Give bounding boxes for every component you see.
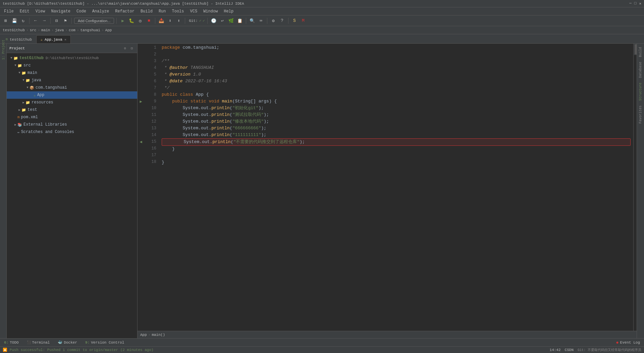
bottom-tab-event-log[interactable]: ● Event Log bbox=[614, 339, 641, 346]
tree-testgithub[interactable]: ▼ 📁 testGithub D:\GithubTest\testGithub bbox=[7, 54, 137, 62]
menu-window[interactable]: Window bbox=[201, 8, 220, 14]
toolbar-rollback-btn[interactable]: ↩ bbox=[219, 17, 226, 25]
tree-java[interactable]: ▼ 📁 java bbox=[7, 77, 137, 84]
toolbar-back-btn[interactable]: ← bbox=[32, 17, 39, 25]
bottom-tab-docker[interactable]: 🐳 Docker bbox=[56, 340, 78, 345]
tree-main[interactable]: ▼ 📁 main bbox=[7, 69, 137, 77]
git-label: Git: bbox=[189, 19, 198, 23]
menu-refactor[interactable]: Refactor bbox=[112, 8, 137, 14]
breadcrumb-app[interactable]: App bbox=[140, 333, 147, 337]
nav-tangshuai[interactable]: tangshuai bbox=[80, 28, 100, 32]
terminal-icon: ⬛ bbox=[27, 341, 31, 345]
toolbar-stop-btn[interactable]: ■ bbox=[145, 17, 153, 25]
bottom-tab-terminal[interactable]: ⬛ Terminal bbox=[25, 340, 51, 345]
project-panel-btn[interactable]: 1: Project bbox=[0, 46, 7, 53]
toolbar-bookmark[interactable]: ⚑ bbox=[62, 17, 69, 25]
menu-edit[interactable]: Edit bbox=[17, 8, 32, 14]
tab-close-icon[interactable]: ✕ bbox=[64, 38, 66, 42]
bottom-tab-version-control[interactable]: 9: Version Control bbox=[84, 340, 125, 345]
build-panel-btn[interactable]: Build bbox=[638, 45, 643, 59]
toolbar-settings-btn[interactable]: ⚙ bbox=[270, 17, 277, 25]
status-encoding[interactable]: CSDN bbox=[565, 348, 574, 352]
menu-vcs[interactable]: VCS bbox=[187, 8, 200, 14]
toolbar-sync-btn[interactable]: ↻ bbox=[19, 17, 27, 25]
add-configuration-button[interactable]: Add Configuration... bbox=[74, 18, 114, 24]
bottom-tab-todo[interactable]: 6: TODO bbox=[3, 340, 20, 345]
toolbar-git-branches[interactable]: 🌿 bbox=[227, 17, 235, 25]
line-num-9: 9 bbox=[146, 98, 156, 105]
database-panel-btn[interactable]: Database bbox=[638, 60, 643, 80]
xml-file-icon: m bbox=[17, 115, 20, 119]
toolbar-forward-btn[interactable]: → bbox=[41, 17, 48, 25]
toolbar-save-btn[interactable]: 💾 bbox=[11, 17, 18, 25]
minimize-button[interactable]: ─ bbox=[629, 1, 632, 6]
toolbar-sep4 bbox=[116, 18, 117, 24]
line-num-17: 17 bbox=[146, 152, 156, 159]
structure-panel-btn[interactable]: Structure bbox=[638, 81, 643, 103]
toolbar-project-icon[interactable]: ⊞ bbox=[2, 17, 9, 25]
toolbar-recent-files[interactable]: ⊟ bbox=[53, 17, 60, 25]
nav-java[interactable]: java bbox=[55, 28, 64, 32]
line-num-13: 13 bbox=[146, 125, 156, 132]
folder-icon: 📁 bbox=[21, 71, 26, 75]
toolbar-plugin2[interactable]: M bbox=[300, 17, 307, 25]
maximize-button[interactable]: □ bbox=[634, 1, 637, 6]
toolbar-run-with-coverage[interactable]: ◎ bbox=[137, 17, 144, 25]
toolbar-sep7 bbox=[207, 18, 208, 24]
menu-build[interactable]: Build bbox=[138, 8, 155, 14]
tree-test[interactable]: ▶ 📁 test bbox=[7, 106, 137, 114]
toolbar-replace-btn[interactable]: ⌨ bbox=[257, 17, 265, 25]
menu-code[interactable]: Code bbox=[74, 8, 89, 14]
toolbar-commit-btn[interactable]: 📥 bbox=[158, 17, 165, 25]
nav-main[interactable]: main bbox=[41, 28, 50, 32]
menu-run[interactable]: Run bbox=[156, 8, 169, 14]
panel-expand-btn[interactable]: ⊟ bbox=[129, 46, 135, 51]
menu-analyze[interactable]: Analyze bbox=[90, 8, 112, 14]
tree-src[interactable]: ▼ 📁 src bbox=[7, 62, 137, 69]
close-button[interactable]: ✕ bbox=[639, 1, 641, 6]
menu-help[interactable]: Help bbox=[221, 8, 236, 14]
tree-resources[interactable]: ▶ 📁 resources bbox=[7, 99, 137, 106]
code-editor[interactable]: package com.tangshuai; /** * @author TAN… bbox=[159, 44, 633, 331]
menu-view[interactable]: View bbox=[33, 8, 48, 14]
nav-app[interactable]: App bbox=[105, 28, 112, 32]
tab-appjava[interactable]: ☕ App.java ✕ bbox=[36, 35, 71, 43]
bottom-tabs: 6: TODO ⬛ Terminal 🐳 Docker 9: Version C… bbox=[0, 338, 644, 346]
terminal-label: Terminal bbox=[32, 341, 50, 345]
tree-external-libraries[interactable]: ▶ 📚 External Libraries bbox=[7, 121, 137, 128]
tree-app[interactable]: ☕ App bbox=[7, 91, 137, 99]
toolbar-run-btn[interactable]: ▶ bbox=[119, 17, 126, 25]
panel-gear-btn[interactable]: ⚙ bbox=[122, 46, 128, 51]
arrow-icon: ▶ bbox=[13, 123, 17, 127]
code-line-3: /** bbox=[162, 58, 631, 64]
code-container[interactable]: ▶ ◀ 1 2 3 4 5 6 bbox=[138, 44, 637, 331]
nav-src[interactable]: src bbox=[30, 28, 37, 32]
tree-scratches-consoles[interactable]: ✏ Scratches and Consoles bbox=[7, 128, 137, 136]
java-tab-icon: ☕ bbox=[41, 38, 43, 42]
tree-com-tangshuai[interactable]: ▼ 📦 com.tangshuai bbox=[7, 84, 137, 91]
code-line-6: * @date 2022-07-16 16:43 bbox=[162, 78, 631, 85]
gutter-line-18 bbox=[138, 159, 144, 165]
nav-testgithub[interactable]: testGithub bbox=[3, 28, 25, 32]
toolbar-history-btn[interactable]: 🕐 bbox=[210, 17, 217, 25]
favorites-panel-btn[interactable]: Favorites bbox=[638, 103, 643, 126]
tree-pom-xml[interactable]: m pom.xml bbox=[7, 114, 137, 121]
nav-com[interactable]: com bbox=[69, 28, 75, 32]
toolbar-help-btn[interactable]: ? bbox=[278, 17, 286, 25]
toolbar-search-btn[interactable]: 🔍 bbox=[249, 17, 256, 25]
toolbar-plugin1[interactable]: S bbox=[291, 17, 298, 25]
toolbar-git-log[interactable]: 📋 bbox=[236, 17, 244, 25]
toolbar-update-btn[interactable]: ⬇ bbox=[166, 17, 174, 25]
menu-file[interactable]: File bbox=[1, 8, 16, 14]
gutter-line-9[interactable]: ▶ bbox=[138, 98, 144, 105]
package-icon: 📦 bbox=[30, 86, 34, 90]
toolbar-debug-btn[interactable]: 🐛 bbox=[128, 17, 135, 25]
menu-navigate[interactable]: Navigate bbox=[48, 8, 73, 14]
menu-tools[interactable]: Tools bbox=[169, 8, 187, 14]
toolbar-push-btn[interactable]: ⬆ bbox=[175, 17, 182, 25]
tab-testgithub[interactable]: m testGithub bbox=[1, 35, 36, 43]
run-gutter-icon[interactable]: ▶ bbox=[140, 99, 142, 104]
breadcrumb-main[interactable]: main() bbox=[152, 333, 165, 337]
project-panel-title: Project bbox=[9, 46, 25, 50]
scroll-thumb[interactable] bbox=[635, 44, 637, 54]
